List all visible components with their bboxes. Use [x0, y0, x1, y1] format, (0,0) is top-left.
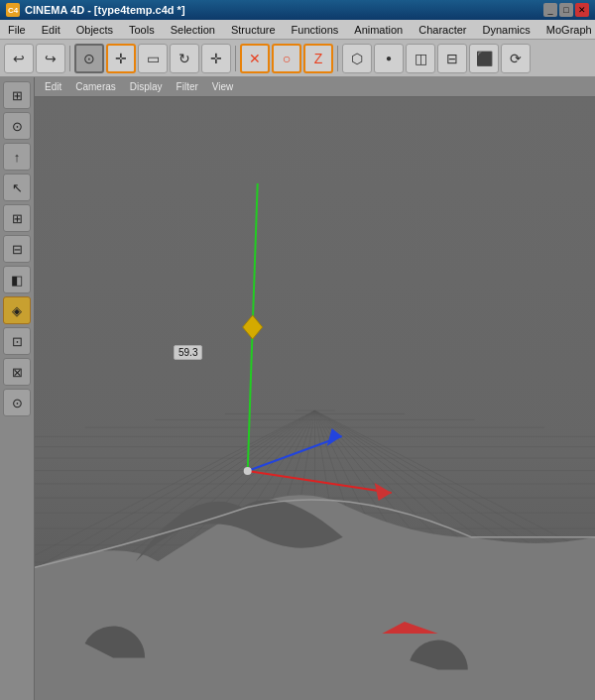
toolbar-sep-1: [69, 46, 70, 71]
menu-item-selection[interactable]: Selection: [163, 20, 223, 39]
menu-item-objects[interactable]: Objects: [68, 20, 121, 39]
viewport-3d[interactable]: 59.3: [35, 97, 595, 700]
minimize-button[interactable]: _: [543, 3, 557, 17]
vp-menu-vp-view[interactable]: View: [206, 77, 240, 96]
main-layout: ⊞⊙↑↖⊞⊟◧◈⊡⊠⊙ EditCamerasDisplayFilterView…: [0, 77, 595, 700]
vp-menu-vp-cameras[interactable]: Cameras: [69, 77, 122, 96]
toolbar-sep-3: [337, 46, 338, 71]
sidebar-grid2-sb[interactable]: ⊟: [3, 235, 31, 263]
toolbar-redo[interactable]: ↪: [36, 44, 65, 73]
sidebar-sphere-sb[interactable]: ⊙: [3, 389, 31, 416]
toolbar-undo[interactable]: ↩: [4, 44, 34, 73]
toolbar-select-tool[interactable]: ⊙: [74, 44, 104, 73]
coord-label: 59.3: [174, 345, 202, 360]
toolbar-sep-2: [235, 46, 236, 71]
viewport-toolbar: EditCamerasDisplayFilterView: [35, 77, 595, 97]
toolbar-move-tool[interactable]: ✛: [106, 44, 136, 73]
menu-item-character[interactable]: Character: [411, 20, 474, 39]
viewport[interactable]: EditCamerasDisplayFilterView Perspective…: [35, 77, 595, 700]
sidebar-edge-edit[interactable]: ◈: [3, 296, 31, 324]
menu-bar: FileEditObjectsToolsSelectionStructureFu…: [0, 20, 595, 40]
menu-item-animation[interactable]: Animation: [346, 20, 411, 39]
toolbar-scale-tool[interactable]: ▭: [138, 44, 168, 73]
grid-canvas: [35, 97, 595, 700]
toolbar-axis-y[interactable]: ○: [272, 44, 301, 73]
vp-menu-vp-filter[interactable]: Filter: [171, 77, 204, 96]
toolbar-viewport-btn[interactable]: ⬛: [469, 44, 499, 73]
toolbar-axis-x[interactable]: ✕: [240, 44, 270, 73]
toolbar-axis-z[interactable]: Z: [303, 44, 333, 73]
toolbar-world-coord[interactable]: ⬡: [342, 44, 372, 73]
window-controls: _ □ ✕: [543, 3, 589, 17]
app-icon: C4: [6, 3, 20, 17]
window-title: CINEMA 4D - [type4temp.c4d *]: [25, 4, 185, 16]
toolbar-render-region[interactable]: ◫: [406, 44, 435, 73]
menu-item-mograph[interactable]: MoGraph: [538, 20, 595, 39]
left-sidebar: ⊞⊙↑↖⊞⊟◧◈⊡⊠⊙: [0, 77, 35, 700]
menu-item-dynamics[interactable]: Dynamics: [475, 20, 538, 39]
sidebar-poly-edit[interactable]: ◧: [3, 266, 31, 293]
sidebar-grid-sb[interactable]: ⊞: [3, 204, 31, 232]
sidebar-viewport-layout[interactable]: ⊞: [3, 81, 31, 109]
sidebar-camera[interactable]: ⊙: [3, 112, 31, 140]
sidebar-uv-edit[interactable]: ⊠: [3, 358, 31, 386]
toolbar-render-btn[interactable]: ●: [374, 44, 404, 73]
menu-item-functions[interactable]: Functions: [284, 20, 347, 39]
title-bar: C4 CINEMA 4D - [type4temp.c4d *] _ □ ✕: [0, 0, 595, 20]
sidebar-point-edit[interactable]: ⊡: [3, 327, 31, 355]
main-toolbar: ↩↪⊙✛▭↻✛✕○Z⬡●◫⊟⬛⟳: [0, 40, 595, 77]
toolbar-move-object[interactable]: ✛: [201, 44, 231, 73]
menu-item-tools[interactable]: Tools: [121, 20, 163, 39]
sidebar-move-up[interactable]: ↑: [3, 143, 31, 171]
toolbar-snap-btn[interactable]: ⟳: [501, 44, 531, 73]
sidebar-move-corner[interactable]: ↖: [3, 174, 31, 201]
maximize-button[interactable]: □: [559, 3, 573, 17]
toolbar-render-picture[interactable]: ⊟: [437, 44, 467, 73]
menu-item-file[interactable]: File: [0, 20, 34, 39]
vp-menu-vp-edit[interactable]: Edit: [39, 77, 67, 96]
close-button[interactable]: ✕: [575, 3, 589, 17]
toolbar-rotate-tool[interactable]: ↻: [170, 44, 199, 73]
menu-item-structure[interactable]: Structure: [223, 20, 284, 39]
vp-menu-vp-display[interactable]: Display: [124, 77, 169, 96]
menu-item-edit[interactable]: Edit: [34, 20, 68, 39]
